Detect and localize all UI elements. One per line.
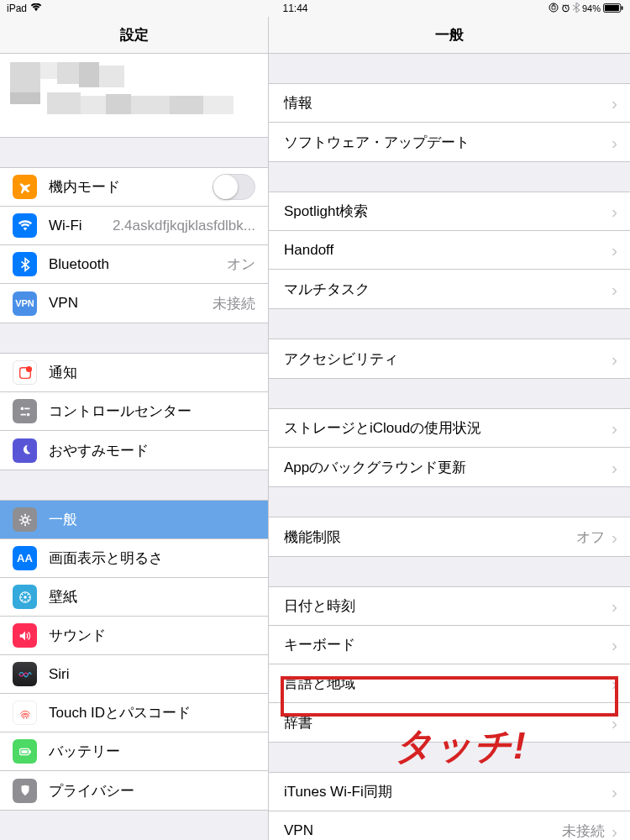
detail-item-label: 言語と地域 (284, 674, 355, 693)
gear-icon (13, 507, 37, 532)
navigation-bar: 設定 一般 (0, 17, 630, 54)
detail-item-vpn[interactable]: VPN 未接続 › (269, 811, 630, 840)
settings-sidebar[interactable]: 機内モード Wi-Fi 2.4askdfjkqjklasfdlbk... Blu… (0, 54, 269, 840)
chevron-right-icon: › (612, 636, 617, 654)
restrictions-value: オフ (341, 528, 605, 547)
sidebar-item-label: 通知 (49, 363, 77, 382)
detail-item-language-region[interactable]: 言語と地域 › (269, 664, 630, 703)
sidebar-item-label: プライバシー (49, 781, 134, 801)
sidebar-item-sound[interactable]: サウンド (0, 617, 268, 655)
chevron-right-icon: › (612, 714, 617, 732)
svg-point-6 (25, 365, 31, 371)
detail-item-handoff[interactable]: Handoff › (269, 231, 630, 270)
svg-rect-24 (21, 750, 27, 753)
detail-item-label: ストレージとiCloudの使用状況 (284, 418, 481, 438)
svg-point-16 (20, 596, 22, 598)
sidebar-item-privacy[interactable]: プライバシー (0, 771, 268, 810)
sidebar-item-wallpaper[interactable]: 壁紙 (0, 578, 268, 617)
device-label: iPad (7, 3, 27, 14)
wifi-settings-icon (13, 213, 37, 238)
sidebar-item-bluetooth[interactable]: Bluetooth オン (0, 245, 268, 284)
svg-rect-3 (605, 4, 619, 10)
sidebar-item-label: Wi-Fi (49, 218, 82, 234)
detail-item-label: マルチタスク (284, 280, 370, 299)
blurred-account-info (0, 54, 268, 137)
chevron-right-icon: › (612, 459, 617, 476)
bluetooth-settings-icon (13, 252, 37, 276)
bluetooth-value: オン (109, 255, 255, 274)
chevron-right-icon: › (612, 419, 617, 437)
sidebar-item-label: Siri (49, 666, 70, 683)
detail-item-label: ソフトウェア・アップデート (284, 133, 470, 152)
detail-item-background-refresh[interactable]: Appのバックグラウンド更新 › (269, 448, 630, 486)
sidebar-item-label: バッテリー (49, 742, 120, 761)
detail-title: 一般 (269, 17, 630, 53)
detail-item-label: Appのバックグラウンド更新 (284, 458, 466, 477)
notifications-icon (13, 360, 37, 385)
moon-icon (13, 438, 37, 463)
detail-item-label: 情報 (284, 93, 312, 113)
account-row[interactable] (0, 54, 268, 138)
svg-point-14 (24, 592, 26, 594)
detail-item-label: iTunes Wi-Fi同期 (284, 782, 392, 801)
sidebar-item-notifications[interactable]: 通知 (0, 354, 268, 392)
airplane-mode-toggle[interactable] (213, 174, 255, 200)
bluetooth-icon (573, 3, 580, 14)
sidebar-item-display[interactable]: AA 画面表示と明るさ (0, 539, 268, 578)
detail-item-label: キーボード (284, 635, 355, 654)
svg-point-18 (21, 593, 23, 595)
svg-point-20 (27, 593, 29, 595)
chevron-right-icon: › (612, 241, 617, 259)
chevron-right-icon: › (612, 134, 617, 151)
detail-item-spotlight[interactable]: Spotlight検索 › (269, 192, 630, 231)
detail-item-software-update[interactable]: ソフトウェア・アップデート › (269, 123, 630, 161)
detail-item-date-time[interactable]: 日付と時刻 › (269, 587, 630, 626)
detail-item-label: 辞書 (284, 713, 312, 732)
sidebar-item-label: コントロールセンター (49, 402, 192, 421)
sidebar-item-label: VPN (49, 295, 78, 312)
detail-item-storage[interactable]: ストレージとiCloudの使用状況 › (269, 409, 630, 448)
sidebar-item-label: サウンド (49, 626, 106, 645)
chevron-right-icon: › (612, 281, 617, 298)
sidebar-item-label: 壁紙 (49, 587, 77, 606)
wifi-icon (30, 3, 42, 14)
sidebar-item-siri[interactable]: Siri (0, 655, 268, 694)
detail-item-itunes-wifi-sync[interactable]: iTunes Wi-Fi同期 › (269, 773, 630, 811)
detail-item-multitask[interactable]: マルチタスク › (269, 270, 630, 308)
detail-item-keyboard[interactable]: キーボード › (269, 626, 630, 664)
sidebar-item-airplane-mode[interactable]: 機内モード (0, 168, 268, 207)
svg-point-15 (24, 601, 26, 602)
svg-point-9 (26, 412, 29, 416)
airplane-icon (13, 175, 37, 199)
chevron-right-icon: › (612, 675, 617, 692)
detail-item-accessibility[interactable]: アクセシビリティ › (269, 339, 630, 378)
detail-vpn-value: 未接続 (313, 822, 605, 841)
sidebar-item-general[interactable]: 一般 (0, 501, 268, 539)
sidebar-item-touch-id[interactable]: Touch IDとパスコード (0, 694, 268, 732)
sidebar-item-wifi[interactable]: Wi-Fi 2.4askdfjkqjklasfdlbk... (0, 207, 268, 245)
detail-item-dictionary[interactable]: 辞書 › (269, 703, 630, 742)
svg-point-17 (29, 596, 30, 598)
sidebar-title: 設定 (0, 17, 269, 53)
sidebar-item-vpn[interactable]: VPN VPN 未接続 (0, 284, 268, 323)
chevron-right-icon: › (612, 94, 617, 112)
svg-rect-23 (29, 750, 30, 753)
svg-point-13 (24, 596, 27, 599)
sidebar-item-battery[interactable]: バッテリー (0, 732, 268, 771)
sidebar-item-control-center[interactable]: コントロールセンター (0, 392, 268, 431)
detail-item-about[interactable]: 情報 › (269, 84, 630, 123)
alarm-icon (561, 3, 570, 14)
sidebar-item-label: おやすみモード (49, 441, 149, 460)
detail-item-restrictions[interactable]: 機能制限 オフ › (269, 517, 630, 556)
detail-pane[interactable]: 情報 › ソフトウェア・アップデート › Spotlight検索 › Hando… (269, 54, 630, 840)
status-time: 11:44 (42, 3, 549, 14)
chevron-right-icon: › (612, 202, 617, 220)
status-bar: iPad 11:44 94% (0, 0, 630, 17)
detail-item-label: Handoff (284, 242, 333, 259)
sidebar-item-do-not-disturb[interactable]: おやすみモード (0, 431, 268, 470)
battery-icon (603, 3, 623, 14)
display-icon: AA (13, 546, 37, 570)
detail-item-label: アクセシビリティ (284, 349, 398, 369)
detail-item-label: 機能制限 (284, 528, 341, 547)
sidebar-item-label: 機内モード (49, 177, 120, 197)
